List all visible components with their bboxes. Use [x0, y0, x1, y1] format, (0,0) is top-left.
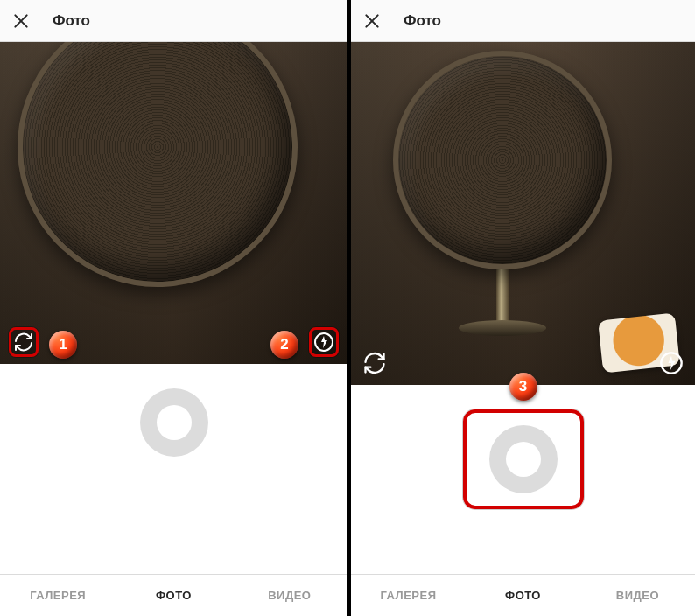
highlight-box — [463, 410, 584, 509]
bottom-panel: ГАЛЕРЕЯ ФОТО ВИДЕО — [0, 364, 348, 616]
mode-tabs: ГАЛЕРЕЯ ФОТО ВИДЕО — [0, 574, 348, 616]
phone-right: Фото 3 — [348, 0, 695, 616]
shutter-button[interactable] — [489, 425, 558, 494]
switch-camera-icon — [13, 330, 34, 354]
viewfinder-image-subject — [393, 51, 612, 270]
callout-label: 3 — [519, 378, 527, 396]
phone-left: Фото 1 2 ГАЛЕРЕЯ — [0, 0, 348, 616]
viewfinder-image-stand — [496, 265, 509, 326]
tab-gallery[interactable]: ГАЛЕРЕЯ — [351, 575, 466, 616]
close-button[interactable] — [362, 10, 383, 32]
tab-gallery[interactable]: ГАЛЕРЕЯ — [0, 575, 116, 616]
callout-badge-1: 1 — [49, 331, 77, 359]
tab-video[interactable]: ВИДЕО — [580, 575, 695, 616]
switch-camera-button[interactable] — [360, 348, 390, 378]
tab-photo[interactable]: ФОТО — [116, 575, 231, 616]
shutter-area: 3 — [463, 410, 584, 509]
flash-icon — [313, 330, 334, 354]
tab-video[interactable]: ВИДЕО — [232, 575, 348, 616]
callout-label: 1 — [59, 336, 67, 354]
close-icon — [363, 12, 381, 30]
header: Фото — [0, 0, 348, 42]
switch-camera-icon — [362, 351, 387, 375]
shutter-area — [140, 388, 208, 457]
tab-photo[interactable]: ФОТО — [466, 575, 580, 616]
header: Фото — [351, 0, 695, 42]
callout-badge-3: 3 — [509, 373, 537, 401]
callout-badge-2: 2 — [270, 331, 298, 359]
viewfinder-image-base — [459, 320, 546, 336]
flash-button[interactable] — [309, 327, 339, 357]
callout-label: 2 — [280, 336, 288, 354]
camera-viewfinder[interactable]: 1 2 — [0, 42, 348, 364]
bottom-panel: 3 ГАЛЕРЕЯ ФОТО ВИДЕО — [351, 385, 695, 616]
header-title: Фото — [404, 12, 441, 30]
mode-tabs: ГАЛЕРЕЯ ФОТО ВИДЕО — [351, 574, 695, 616]
flash-icon — [659, 351, 684, 375]
close-button[interactable] — [11, 10, 32, 32]
shutter-button[interactable] — [140, 388, 208, 457]
close-icon — [12, 12, 30, 30]
switch-camera-button[interactable] — [9, 327, 39, 357]
header-title: Фото — [53, 12, 90, 30]
flash-button[interactable] — [656, 348, 686, 378]
camera-viewfinder[interactable] — [351, 42, 695, 385]
